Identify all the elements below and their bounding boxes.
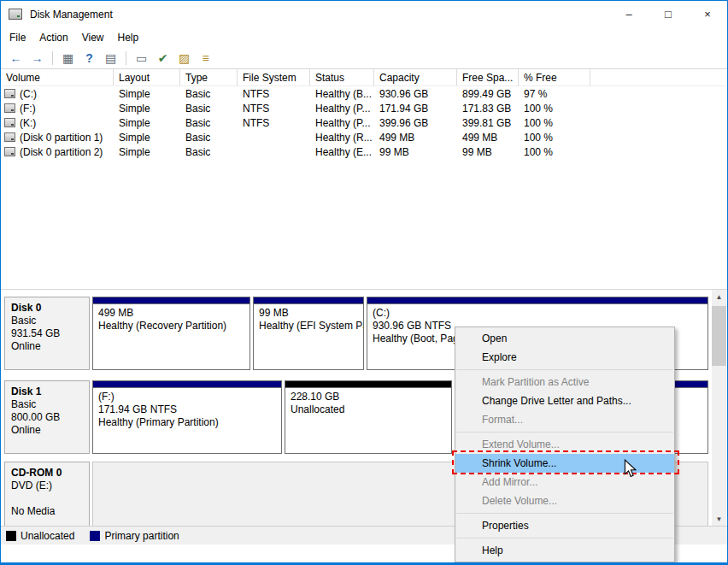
disk-0-label[interactable]: Disk 0 Basic 931.54 GB Online [4, 297, 90, 370]
menu-item-help[interactable]: Help [455, 541, 674, 560]
menu-item-extend-volume: Extend Volume... [455, 435, 674, 454]
column-header-volume[interactable]: Volume [1, 69, 114, 85]
volume-cell: (K:) [1, 117, 114, 129]
cdrom-0-label[interactable]: CD-ROM 0 DVD (E:) No Media [4, 462, 90, 527]
layout-cell: Simple [114, 88, 180, 100]
scrollbar-thumb[interactable] [712, 306, 726, 366]
menu-item-change-drive-letter[interactable]: Change Drive Letter and Paths... [455, 391, 674, 410]
legend-unallocated: Unallocated [6, 530, 74, 542]
partition-unallocated[interactable]: 228.10 GB Unallocated [285, 380, 452, 454]
partition-recovery[interactable]: 499 MB Healthy (Recovery Partition) [92, 297, 250, 370]
status-cell: Healthy (P... [310, 103, 374, 115]
menu-separator [456, 513, 673, 514]
refresh-view-icon[interactable]: ▨ [174, 49, 194, 67]
type-cell: Basic [180, 117, 238, 129]
table-row[interactable]: (F:) Simple Basic NTFS Healthy (P... 171… [1, 101, 727, 115]
partition-color-strip [254, 297, 363, 304]
menu-file[interactable]: File [3, 29, 32, 46]
scroll-up-icon[interactable]: ▲ [712, 290, 726, 304]
toolbar-separator [52, 51, 53, 65]
status-cell: Healthy (B... [310, 88, 374, 100]
menu-item-open[interactable]: Open [455, 329, 674, 348]
column-header-file-system[interactable]: File System [238, 69, 310, 85]
window-controls: – □ × [609, 1, 727, 27]
forward-arrow-icon[interactable]: → [27, 49, 47, 67]
volume-name: (C:) [20, 88, 37, 100]
menu-help[interactable]: Help [111, 29, 146, 46]
disk-kind: Basic [11, 315, 83, 327]
column-header-layout[interactable]: Layout [114, 69, 180, 85]
disk-status: Online [11, 340, 83, 353]
column-header-capacity[interactable]: Capacity [374, 69, 457, 85]
column-header-pct-free[interactable]: % Free [519, 69, 590, 85]
volume-cell: (C:) [1, 88, 114, 100]
column-header-type[interactable]: Type [180, 69, 238, 85]
menu-action[interactable]: Action [32, 29, 74, 46]
capacity-cell: 930.96 GB [374, 88, 457, 100]
volume-name: (Disk 0 partition 1) [20, 132, 103, 144]
table-row[interactable]: (K:) Simple Basic NTFS Healthy (P... 399… [1, 115, 727, 130]
back-arrow-icon[interactable]: ← [6, 49, 26, 67]
details-view-icon[interactable]: ▤ [101, 49, 120, 67]
close-button[interactable]: × [688, 1, 727, 27]
free-space-cell: 899.49 GB [457, 88, 519, 100]
column-header-free-space[interactable]: Free Spa... [457, 69, 519, 85]
legend-label: Primary partition [104, 530, 179, 542]
partition-info: 499 MB Healthy (Recovery Partition) [93, 304, 250, 335]
status-cell: Healthy (E... [310, 146, 374, 158]
volume-cell: (F:) [1, 103, 114, 115]
drive-icon [4, 89, 15, 98]
disk-size: 931.54 GB [11, 327, 83, 340]
disk-1-label[interactable]: Disk 1 Basic 800.00 GB Online [4, 380, 90, 454]
menu-item-properties[interactable]: Properties [455, 516, 674, 535]
partition-info: 228.10 GB Unallocated [285, 388, 451, 419]
action-pane-icon[interactable]: ▭ [132, 49, 151, 67]
volume-cell: (Disk 0 partition 1) [1, 132, 114, 144]
volume-list: Volume Layout Type File System Status Ca… [1, 69, 727, 288]
menu-item-shrink-volume[interactable]: Shrink Volume... [455, 454, 674, 473]
layout-cell: Simple [114, 103, 180, 115]
disk-kind: DVD (E:) [11, 480, 83, 492]
scroll-down-icon[interactable]: ▼ [712, 512, 726, 527]
partition-f-drive[interactable]: (F:) 171.94 GB NTFS Healthy (Primary Par… [92, 380, 282, 454]
partition-efi[interactable]: 99 MB Healthy (EFI System Pa [253, 297, 364, 370]
layout-cell: Simple [114, 117, 180, 129]
drive-icon [4, 132, 15, 142]
legend-label: Unallocated [21, 530, 74, 542]
menu-item-explore[interactable]: Explore [455, 348, 674, 367]
layout-cell: Simple [114, 146, 180, 158]
disk-status: Online [11, 424, 83, 437]
partition-color-strip [285, 381, 451, 388]
type-cell: Basic [180, 88, 238, 100]
free-space-cell: 499 MB [457, 132, 519, 144]
check-status-icon[interactable]: ✔ [153, 49, 173, 67]
capacity-cell: 99 MB [374, 146, 457, 158]
console-window-icon[interactable]: ▦ [58, 49, 78, 67]
type-cell: Basic [180, 146, 238, 158]
menu-item-add-mirror: Add Mirror... [455, 473, 674, 491]
pct-free-cell: 97 % [519, 88, 590, 100]
vertical-scrollbar[interactable]: ▲ ▼ [712, 290, 726, 527]
drive-icon [4, 103, 15, 113]
menu-view[interactable]: View [75, 29, 111, 46]
column-header-filler [590, 69, 727, 85]
menu-separator [456, 538, 673, 539]
minimize-button[interactable]: – [609, 1, 649, 27]
table-row[interactable]: (Disk 0 partition 1) Simple Basic Health… [1, 130, 727, 144]
table-row[interactable]: (C:) Simple Basic NTFS Healthy (B... 930… [1, 86, 727, 101]
partition-color-strip [93, 381, 281, 388]
volume-list-header: Volume Layout Type File System Status Ca… [1, 69, 727, 86]
free-space-cell: 171.83 GB [457, 103, 519, 115]
volume-name: (F:) [20, 103, 36, 115]
volume-name: (K:) [20, 117, 36, 129]
table-row[interactable]: (Disk 0 partition 2) Simple Basic Health… [1, 144, 727, 159]
properties-list-icon[interactable]: ≡ [196, 49, 215, 67]
pct-free-cell: 100 % [519, 146, 590, 158]
pct-free-cell: 100 % [519, 117, 590, 129]
help-icon[interactable]: ? [79, 49, 99, 67]
maximize-button[interactable]: □ [649, 1, 688, 27]
menu-separator [456, 369, 673, 370]
disk-name: CD-ROM 0 [11, 467, 83, 480]
column-header-status[interactable]: Status [310, 69, 374, 85]
pct-free-cell: 100 % [519, 103, 590, 115]
